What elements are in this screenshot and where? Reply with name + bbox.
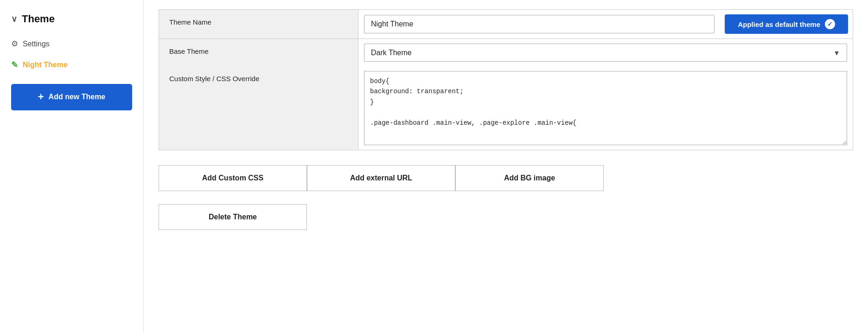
apply-default-btn-wrapper: Applied as default theme ✓ [720,10,853,38]
add-external-url-button[interactable]: Add external URL [307,165,455,191]
sidebar-title-label: Theme [22,13,55,25]
plus-icon: + [38,90,44,104]
sidebar-item-settings[interactable]: ⚙ Settings [0,33,143,54]
base-theme-input-cell: Dark Theme Light Theme Default [358,39,853,66]
sidebar: ∨ Theme ⚙ Settings ✎ Night Theme + Add n… [0,0,144,333]
apply-default-label: Applied as default theme [738,20,820,28]
gear-icon: ⚙ [11,39,18,49]
base-theme-select[interactable]: Dark Theme Light Theme Default [364,44,847,62]
sidebar-item-night-theme[interactable]: ✎ Night Theme [0,54,143,76]
action-buttons-row: Add Custom CSS Add external URL Add BG i… [159,165,853,191]
theme-name-label: Theme Name [159,10,358,38]
add-custom-css-button[interactable]: Add Custom CSS [159,165,307,191]
base-theme-select-wrapper: Dark Theme Light Theme Default [364,44,847,62]
chevron-icon: ∨ [11,14,17,24]
add-new-theme-button[interactable]: + Add new Theme [11,84,132,110]
add-new-theme-label: Add new Theme [49,92,106,102]
pen-icon: ✎ [11,60,18,70]
base-theme-row: Base Theme Dark Theme Light Theme Defaul… [159,38,853,66]
css-override-row: Custom Style / CSS Override body{ backgr… [159,66,853,150]
css-override-input-cell: body{ background: transparent; } .page-d… [358,66,853,150]
css-override-textarea[interactable]: body{ background: transparent; } .page-d… [364,71,847,145]
page-root: ∨ Theme ⚙ Settings ✎ Night Theme + Add n… [0,0,868,333]
sidebar-settings-label: Settings [23,40,50,48]
add-bg-image-button[interactable]: Add BG image [455,165,604,191]
main-content: Theme Name Applied as default theme ✓ Ba… [144,0,868,333]
theme-name-input[interactable] [364,15,715,33]
css-override-label: Custom Style / CSS Override [159,66,358,150]
delete-theme-row: Delete Theme [159,204,853,230]
apply-default-button[interactable]: Applied as default theme ✓ [725,14,848,34]
sidebar-night-theme-label: Night Theme [23,61,68,69]
sidebar-title: ∨ Theme [0,8,143,33]
theme-name-input-cell [358,10,720,38]
delete-theme-button[interactable]: Delete Theme [159,204,307,230]
theme-name-row: Theme Name Applied as default theme ✓ [159,9,853,38]
checkmark-icon: ✓ [825,19,835,29]
base-theme-label: Base Theme [159,39,358,66]
